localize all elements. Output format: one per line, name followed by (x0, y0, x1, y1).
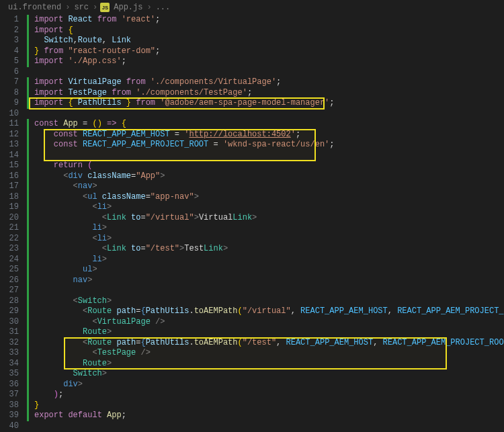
code-line[interactable] (34, 286, 504, 296)
code-line[interactable]: Route> (34, 327, 504, 338)
code-line[interactable] (34, 109, 504, 120)
code-line[interactable]: import TestPage from './components/TestP… (34, 88, 504, 99)
chevron-right-icon: › (146, 3, 151, 12)
breadcrumb-file[interactable]: App.js (114, 3, 142, 12)
code-line[interactable]: ul> (34, 265, 504, 275)
breadcrumbs[interactable]: ui.frontend › src › JS App.js › ... (0, 0, 504, 15)
code-area[interactable]: import React from 'react';import { Switc… (29, 15, 504, 432)
code-line[interactable]: import './App.css'; (34, 56, 504, 67)
code-line[interactable]: <VirtualPage /> (34, 317, 504, 328)
chevron-right-icon: › (65, 3, 70, 12)
line-number-gutter: 1234567891011121314151617181920212223242… (0, 15, 27, 432)
code-line[interactable]: li> (34, 255, 504, 265)
code-line[interactable] (34, 67, 504, 78)
code-line[interactable]: <div className="App"> (34, 171, 504, 182)
code-line[interactable]: export default App; (34, 411, 504, 421)
code-line[interactable]: } (34, 400, 504, 411)
code-line[interactable]: <Switch> (34, 296, 504, 307)
code-line[interactable]: const REACT_APP_AEM_HOST = 'http://local… (34, 130, 504, 140)
code-line[interactable]: Route> (34, 359, 504, 370)
breadcrumb-folder[interactable]: src (74, 3, 89, 12)
code-line[interactable]: li> (34, 223, 504, 234)
code-line[interactable]: div> (34, 380, 504, 390)
code-line[interactable] (34, 150, 504, 161)
code-line[interactable]: return ( (34, 161, 504, 171)
code-line[interactable]: <Route path={PathUtils.toAEMPath("/test"… (34, 338, 504, 349)
code-line[interactable]: <Route path={PathUtils.toAEMPath("/virtu… (34, 306, 504, 317)
code-line[interactable]: import React from 'react'; (34, 15, 504, 26)
code-line[interactable]: nav> (34, 275, 504, 286)
code-line[interactable]: <ul className="app-nav"> (34, 192, 504, 203)
code-line[interactable]: Switch> (34, 369, 504, 380)
code-line[interactable]: import { (34, 26, 504, 36)
code-line[interactable]: const App = () => { (34, 119, 504, 130)
code-line[interactable]: const REACT_APP_AEM_PROJECT_ROOT = 'wknd… (34, 140, 504, 150)
code-line[interactable] (34, 421, 504, 432)
code-line[interactable]: import { PathUtils } from '@adobe/aem-sp… (34, 98, 504, 109)
chevron-right-icon: › (93, 3, 97, 12)
code-line[interactable]: <nav> (34, 181, 504, 192)
code-line[interactable]: <li> (34, 234, 504, 245)
code-line[interactable]: ); (34, 390, 504, 400)
code-line[interactable]: <li> (34, 202, 504, 213)
code-editor[interactable]: 1234567891011121314151617181920212223242… (0, 15, 504, 432)
code-line[interactable]: <Link to="/test">TestLink> (34, 244, 504, 255)
code-line[interactable]: } from "react-router-dom"; (34, 46, 504, 57)
breadcrumb-folder[interactable]: ui.frontend (8, 3, 61, 12)
code-line[interactable]: <Link to="/virtual">VirtualLink> (34, 213, 504, 224)
breadcrumb-symbol[interactable]: ... (156, 3, 171, 12)
code-line[interactable]: import VirtualPage from './components/Vi… (34, 77, 504, 88)
js-file-icon: JS (100, 3, 110, 12)
code-line[interactable]: <TestPage /> (34, 348, 504, 359)
code-line[interactable]: Switch,Route, Link (34, 36, 504, 46)
